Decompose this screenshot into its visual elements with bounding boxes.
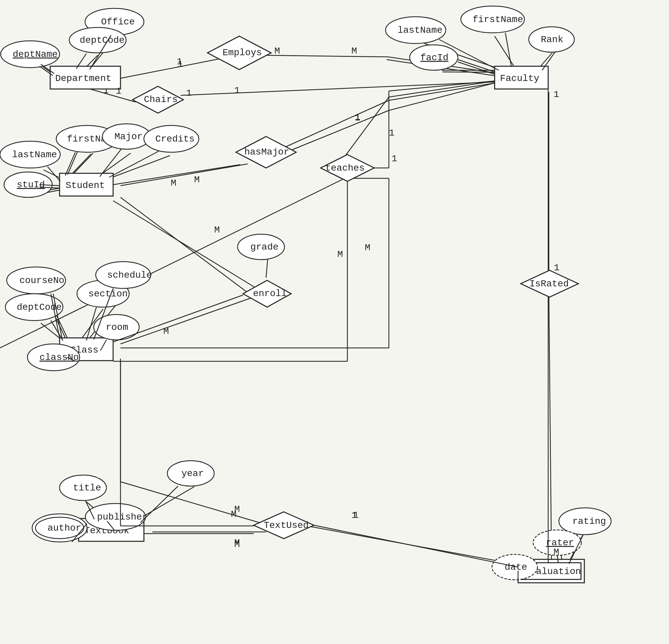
line-enroll-grade [266, 258, 268, 278]
line-teaches-faculty2 [389, 81, 495, 97]
label-chairs-faculty-1: 1 [234, 85, 240, 96]
attr-label-deptname: deptName [13, 49, 58, 59]
attr-label-room: room [106, 322, 128, 332]
line-hasmajor-faculty [281, 100, 389, 149]
attr-label-year: year [181, 468, 204, 479]
entity-label-department: Department [55, 73, 112, 84]
attr-label-facid: facId [420, 53, 449, 63]
rel-textused: TextUsed [254, 512, 314, 539]
attr-label-rank: Rank [541, 34, 563, 45]
label2-stu-hasmajor-M: M [171, 178, 176, 188]
attr-credits: Credits [144, 126, 199, 152]
attr-room: room [94, 314, 139, 340]
line-fac-firstname [495, 36, 515, 69]
label2-chairs-faculty: 1 [186, 88, 192, 98]
attr-title: title [60, 475, 106, 500]
attr-label-office: Office [101, 17, 135, 27]
line2-stu-hasmajor [113, 164, 240, 185]
entity-label-faculty: Faculty [500, 73, 540, 84]
attr-label-rating: rating [572, 516, 606, 527]
label-teaches-class-M: M [365, 243, 370, 253]
attr-major: Major [102, 124, 151, 149]
er-diagram-svg: text { font-family: 'Courier New', Couri… [0, 0, 669, 644]
attr-label-author: author [47, 523, 81, 533]
line-israted-eval [549, 295, 552, 562]
rel-label-chairs: Chairs [144, 94, 178, 105]
er-diagram: text { font-family: 'Courier New', Couri… [0, 0, 669, 644]
attr-label-firstname-fac: firstName [472, 14, 523, 25]
label-stu-hasmajor-M: M [194, 175, 200, 185]
attr-label-courseno: courseNo [19, 275, 64, 286]
attr-deptname: deptName [1, 41, 60, 68]
label2-israted-eval-M: M [554, 547, 559, 557]
entity-label-student: Student [66, 180, 105, 191]
attr-label-date: date [505, 562, 527, 572]
attr-label-classno: classNo [40, 352, 79, 363]
attr-label-lastname-stu: lastName [12, 149, 57, 160]
label-teaches-faculty-1: 1 [389, 128, 395, 138]
line-dept-employs [119, 59, 221, 78]
label2-hasmajor-faculty-1: 1 [355, 113, 360, 123]
attr-grade: grade [238, 234, 284, 260]
attr-deptcode-dept: deptCode [69, 27, 126, 53]
line2-fac-firstname [506, 33, 511, 67]
label3-employs-fac-M: M [274, 46, 280, 56]
attr-label-grade: grade [250, 242, 279, 252]
line-stu-credits [111, 156, 170, 178]
label3-textbook-textused-M: M [234, 539, 240, 550]
attr-schedule: schedule [96, 262, 152, 288]
label2-fac-israted-1: 1 [554, 89, 559, 100]
entity-department: Department [50, 66, 120, 89]
attr-label-deptcode-dept: deptCode [80, 35, 125, 45]
label3-dept-employs-1: 1 [177, 57, 182, 67]
label2-teaches-class-M: M [337, 249, 343, 260]
rel-hasmajor: hasMajor [236, 137, 296, 168]
attr-firstname-fac: firstName [461, 6, 524, 33]
label-fac-israted-1: 1 [554, 263, 559, 273]
rel-label-employs: Employs [223, 47, 262, 58]
attr-rank: Rank [529, 27, 574, 52]
rel-chairs: Chairs [132, 86, 183, 113]
attr-year: year [167, 461, 214, 486]
attr-classno: classNo [27, 344, 80, 371]
line-enroll-class [120, 297, 254, 344]
attr-label-lastname-fac: lastName [398, 25, 442, 35]
attr-label-rater: rater [546, 538, 574, 548]
line-fac-facid2 [442, 72, 499, 72]
label-stu-enroll-M: M [214, 225, 220, 235]
rel-label-hasmajor: hasMajor [244, 147, 289, 157]
label-enroll-class-M: M [163, 326, 169, 337]
line2-text-year [141, 486, 178, 523]
line-teaches-faculty [345, 97, 389, 157]
attr-author: author [32, 514, 87, 542]
line-dept-chairs [89, 89, 136, 102]
entity-student: Student [60, 173, 113, 196]
label2-dept-chairs: 1 [116, 86, 122, 96]
attr-label-title: title [73, 483, 101, 493]
rel-israted: IsRated [521, 270, 578, 297]
entity-faculty: Faculty [495, 66, 548, 89]
rel-label-enroll: enroll [253, 288, 287, 299]
attr-lastname-fac: lastName [386, 17, 446, 43]
label-employs-faculty-M: M [352, 46, 357, 56]
rel-label-israted: IsRated [529, 279, 569, 289]
rel-label-teaches: teaches [325, 163, 365, 173]
label3-textused-eval-1: 1 [353, 510, 359, 520]
rel-teaches: teaches [321, 155, 374, 181]
line3-textused-eval [314, 525, 518, 567]
attr-label-section: section [88, 289, 128, 299]
attr-label-major: Major [114, 131, 143, 142]
attr-date: date [492, 554, 538, 580]
rel-employs: Employs [208, 36, 271, 70]
line2-hasmajor-faculty2 [389, 83, 495, 110]
attr-label-schedule: schedule [107, 270, 152, 280]
label2-teaches-fac-1: 1 [392, 154, 397, 164]
attr-label-credits: Credits [155, 134, 195, 144]
attr-lastname-stu: lastName [0, 141, 60, 168]
attr-facid: facId [410, 45, 458, 70]
attr-label-publisher: publisher [97, 512, 147, 522]
rel-label-textused: TextUsed [264, 520, 309, 531]
label3-cls-textused-M: M [231, 509, 237, 519]
line2-hasmajor-faculty [292, 110, 389, 150]
attr-courseno: courseNo [7, 267, 66, 294]
